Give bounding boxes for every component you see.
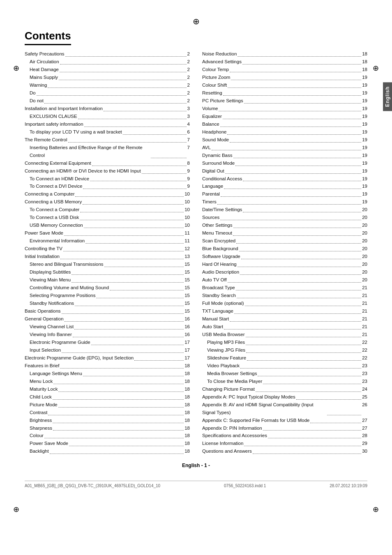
toc-page-number: 21: [362, 307, 367, 315]
toc-entry-text: To Connect a Computer: [30, 206, 79, 214]
toc-entry-text: Standby Notifications: [30, 299, 74, 307]
toc-dots: [219, 105, 361, 111]
toc-dots: [224, 182, 361, 189]
toc-dots: [225, 167, 362, 174]
list-item: Sound Mode19: [202, 136, 367, 144]
list-item: Auto TV Off20: [202, 276, 367, 284]
list-item: Selecting Programme Positions15: [25, 292, 190, 299]
toc-page-number: 10: [184, 214, 190, 221]
list-item: Menu Timeout20: [202, 229, 367, 237]
list-item: Auto Start21: [202, 323, 367, 331]
list-item: Installation and Important Information3: [25, 105, 190, 113]
toc-dots: [228, 276, 362, 283]
list-item: Media Browser Settings23: [202, 370, 367, 378]
toc-entry-text: Sharpness: [30, 424, 52, 432]
list-item: USB Media Browser21: [202, 331, 367, 339]
toc-dots: [73, 331, 184, 337]
toc-page-number: 10: [184, 190, 190, 198]
toc-page-number: 19: [362, 120, 367, 128]
toc-page-number: 20: [362, 253, 367, 260]
toc-page-number: 19: [362, 175, 367, 183]
toc-dots: [123, 128, 187, 135]
toc-dots: [247, 354, 361, 361]
toc-page-number: 9: [187, 182, 190, 190]
toc-entry-text: General Operation: [25, 315, 64, 323]
toc-page-number: 8: [187, 159, 190, 167]
toc-page-number: 27: [362, 417, 367, 424]
toc-dots: [68, 136, 187, 143]
toc-page-number: 23: [362, 362, 367, 370]
toc-page-number: 19: [362, 144, 367, 152]
toc-dots: [84, 221, 184, 228]
toc-page-number: 18: [184, 424, 190, 432]
list-item: Features in Brief18: [25, 362, 190, 370]
toc-columns: Safety Precautions2Air Circulation2Heat …: [25, 50, 367, 455]
toc-entry-text: The Remote Control: [25, 136, 67, 144]
toc-dots: [71, 268, 184, 275]
toc-entry-text: Timers: [202, 198, 217, 206]
toc-entry-text: Do not: [30, 97, 44, 105]
toc-page-number: 18: [184, 385, 190, 393]
toc-entry-text: EXCLUSION CLAUSE: [30, 113, 77, 120]
page-title: Contents: [25, 30, 71, 45]
toc-page-number: 28: [362, 432, 367, 440]
list-item: EXCLUSION CLAUSE3: [25, 113, 190, 120]
toc-page-number: 24: [362, 385, 367, 393]
toc-page-number: 19: [362, 182, 367, 190]
toc-dots: [44, 432, 184, 438]
toc-entry-text: Software Upgrade: [202, 253, 240, 260]
list-item: Maturity Lock18: [25, 385, 190, 393]
list-item: PC Picture Settings19: [202, 97, 367, 105]
toc-page-number: 20: [362, 245, 367, 253]
toc-page-number: 18: [184, 409, 190, 417]
toc-entry-text: Input Selection: [30, 346, 61, 354]
toc-entry-text: To display your LCD TV using a wall brac…: [30, 128, 122, 136]
list-item: Balance19: [202, 120, 367, 128]
list-item: Warning2: [25, 81, 190, 89]
toc-dots: [44, 97, 187, 104]
toc-dots: [142, 167, 187, 174]
toc-entry-text: Slideshow Feature: [207, 354, 246, 362]
toc-entry-text: Features in Brief: [25, 362, 59, 370]
toc-dots: [238, 50, 361, 57]
list-item: Timers19: [202, 198, 367, 206]
toc-dots: [64, 229, 184, 236]
list-item: Advanced Settings18: [202, 58, 367, 66]
list-item: Volume19: [202, 105, 367, 113]
toc-dots: [244, 440, 361, 446]
list-item: Colour18: [25, 432, 190, 440]
left-bottom-registration-mark: ⊕: [13, 505, 19, 514]
list-item: Viewing Channel List16: [25, 323, 190, 331]
toc-dots: [223, 89, 362, 96]
list-item: Manual Start21: [202, 315, 367, 323]
toc-page-number: 15: [184, 299, 190, 307]
toc-entry-text: Installation and Important Information: [25, 105, 103, 113]
toc-page-number: 20: [362, 237, 367, 245]
toc-dots: [236, 284, 362, 290]
list-item: Standby Search21: [202, 292, 367, 299]
toc-page-number: 20: [362, 268, 367, 276]
toc-page-number: 10: [184, 221, 190, 229]
list-item: Environmental Information11: [25, 237, 190, 245]
toc-dots: [53, 378, 184, 384]
list-item: Controlling Volume and Muting Sound15: [25, 284, 190, 292]
toc-page-number: 7: [187, 136, 190, 144]
toc-page-number: 18: [362, 58, 367, 66]
toc-page-number: 15: [184, 284, 190, 292]
toc-dots: [60, 253, 184, 259]
toc-dots: [238, 260, 361, 267]
toc-page-number: 6: [187, 128, 190, 136]
list-item: Equalizer19: [202, 113, 367, 120]
list-item: Resetting19: [202, 89, 367, 97]
toc-dots: [96, 292, 184, 298]
list-item: Sharpness18: [25, 424, 190, 432]
toc-entry-text: Balance: [202, 120, 219, 128]
toc-page-number: 20: [362, 221, 367, 229]
toc-dots: [85, 237, 184, 244]
toc-dots: [263, 378, 361, 384]
list-item: Appendix C: Supported File Formats for U…: [202, 417, 367, 424]
toc-dots: [240, 268, 361, 275]
toc-entry-text: Do: [30, 89, 36, 97]
toc-dots: [241, 253, 362, 259]
toc-page-number: 19: [362, 74, 367, 81]
